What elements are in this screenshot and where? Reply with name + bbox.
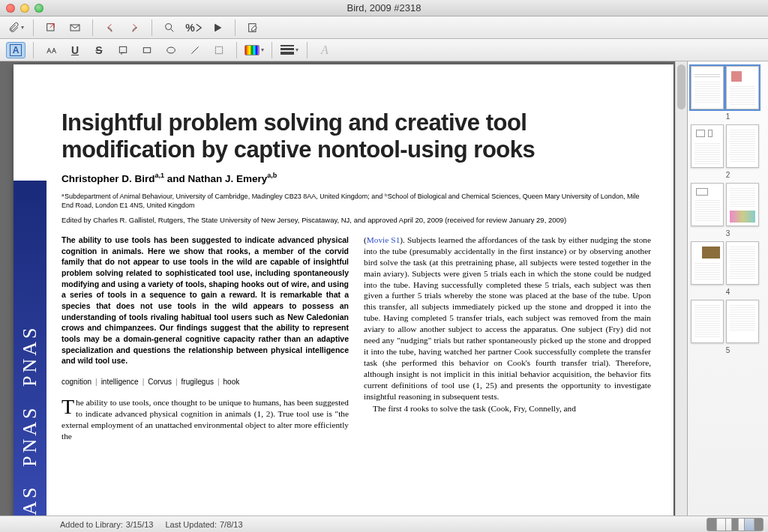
strikethrough-tool[interactable]: S (89, 42, 109, 58)
close-window-button[interactable] (6, 4, 15, 13)
attachment-button[interactable] (6, 19, 26, 36)
line-weight-picker[interactable] (280, 42, 299, 58)
movie-link[interactable]: Movie S1 (367, 235, 400, 244)
thumb-page-2-left[interactable] (691, 124, 724, 168)
layout-right-button[interactable] (744, 518, 764, 531)
layout-left-button[interactable] (706, 518, 726, 531)
thumb-page-4-left[interactable] (691, 241, 724, 285)
layout-switcher (707, 518, 764, 531)
line-tool[interactable] (185, 42, 205, 58)
added-value: 3/15/13 (126, 520, 154, 529)
textbox-tool[interactable]: A (6, 42, 26, 58)
thumb-page-1-right[interactable] (726, 66, 759, 109)
thumb-page-5-left[interactable] (691, 300, 724, 343)
zoom-window-button[interactable] (34, 4, 44, 13)
updated-label: Last Updated: (165, 520, 217, 529)
paper-title: Insightful problem solving and creative … (62, 109, 651, 163)
mail-button[interactable] (65, 19, 85, 36)
selection-tool[interactable] (209, 42, 229, 58)
svg-rect-5 (143, 47, 150, 52)
thumb-page-2-right[interactable] (726, 124, 759, 168)
window-titlebar: Bird, 2009 #2318 (0, 0, 768, 16)
paper-affiliations: ᵃSubdepartment of Animal Behaviour, Univ… (62, 192, 651, 210)
paper-abstract: The ability to use tools has been sugges… (62, 235, 349, 366)
sticky-note-tool[interactable] (113, 42, 133, 58)
thumb-label-1: 1 (726, 112, 730, 121)
thumb-label-5: 5 (726, 346, 730, 354)
font-picker[interactable]: A (315, 42, 334, 58)
thumb-label-3: 3 (726, 229, 730, 238)
back-button[interactable] (100, 19, 120, 36)
rectangle-tool[interactable] (137, 42, 157, 58)
added-label: Added to Library: (60, 520, 123, 529)
thumb-page-3-left[interactable] (691, 183, 724, 226)
thumb-page-3-right[interactable] (726, 183, 759, 226)
thumb-page-5-right[interactable] (726, 300, 759, 343)
paper-keywords: cognition|intelligence|Corvus|frugilegus… (62, 377, 349, 387)
window-title: Bird, 2009 #2318 (0, 2, 768, 13)
document-viewport[interactable]: PNASPNASPNAS Insightful problem solving … (0, 61, 687, 516)
thumb-label-4: 4 (726, 288, 730, 296)
main-toolbar: % (0, 16, 768, 39)
thumbnail-panel[interactable]: 1 2 (687, 61, 768, 516)
vertical-scrollbar[interactable] (675, 61, 687, 516)
journal-band: PNASPNASPNAS (14, 181, 46, 516)
play-button[interactable] (208, 19, 227, 36)
forward-button[interactable] (124, 19, 144, 36)
percent-button[interactable]: % (184, 19, 203, 36)
minimize-window-button[interactable] (20, 4, 29, 13)
body-para-right-2: The first 4 rooks to solve the task (Coo… (364, 403, 651, 414)
search-button[interactable] (160, 19, 179, 36)
annotation-toolbar: A U S A (0, 39, 768, 61)
body-para-right: (Movie S1). Subjects learned the afforda… (364, 235, 651, 402)
svg-point-6 (167, 47, 176, 53)
svg-rect-4 (119, 46, 126, 52)
paper-edited-line: Edited by Charles R. Gallistel, Rutgers,… (62, 216, 651, 226)
body-para-left: The ability to use tools, once thought t… (62, 397, 349, 442)
layout-center-button[interactable] (725, 518, 745, 531)
edit-note-button[interactable] (243, 19, 262, 36)
svg-rect-7 (215, 46, 222, 53)
thumb-page-4-right[interactable] (726, 241, 759, 285)
thumb-page-1-left[interactable] (691, 66, 724, 109)
main-area: PNASPNASPNAS Insightful problem solving … (0, 61, 768, 516)
highlighter-tool[interactable] (41, 42, 61, 58)
oval-tool[interactable] (161, 42, 181, 58)
color-picker[interactable] (244, 42, 264, 58)
paper-authors: Christopher D. Birda,1 and Nathan J. Eme… (62, 172, 651, 184)
left-column: The ability to use tools has been sugges… (62, 235, 349, 442)
right-column: (Movie S1). Subjects learned the afforda… (364, 235, 651, 442)
underline-tool[interactable]: U (65, 42, 85, 58)
updated-value: 7/8/13 (220, 520, 243, 529)
status-bar: Added to Library: 3/15/13 Last Updated: … (0, 516, 768, 532)
svg-point-2 (166, 23, 172, 29)
pdf-page: PNASPNASPNAS Insightful problem solving … (14, 64, 674, 516)
traffic-lights (6, 4, 44, 13)
open-external-button[interactable] (41, 19, 61, 36)
thumb-label-2: 2 (726, 171, 730, 179)
